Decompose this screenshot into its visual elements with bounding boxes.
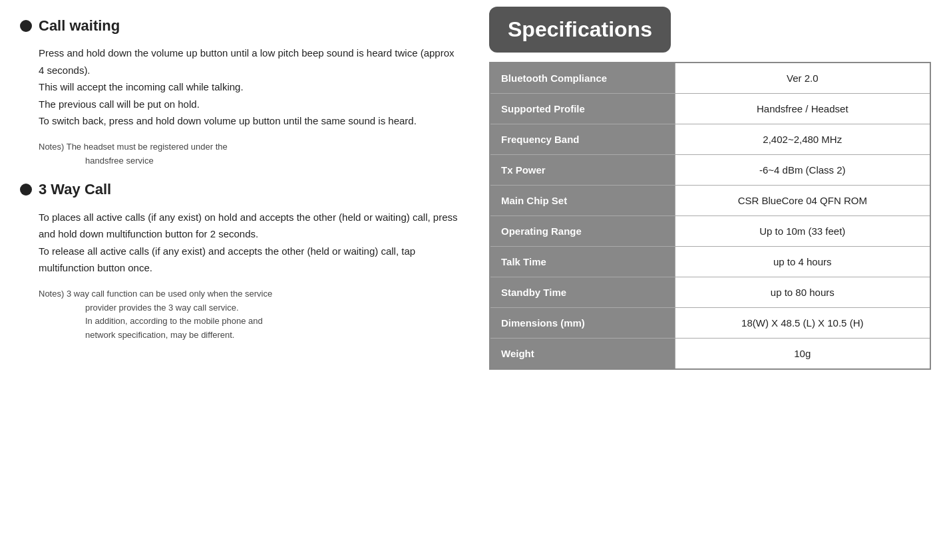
spec-value-9: 10g [675,339,930,370]
spec-value-2: 2,402~2,480 MHz [675,124,930,155]
section2-notes-indent2: In addition, according to the mobile pho… [85,315,459,329]
right-panel: Specifications Bluetooth ComplianceVer 2… [479,0,941,560]
spec-header: Specifications [489,7,671,53]
bullet-circle-2 [20,184,32,196]
section2-notes-text: 3 way call function can be used only whe… [67,289,272,299]
section2-notes-indent3: network specification, may be different. [85,329,459,343]
section2-title-text: 3 Way Call [39,177,111,202]
table-row: Supported ProfileHandsfree / Headset [490,94,930,124]
table-row: Standby Timeup to 80 hours [490,277,930,308]
section2-notes: Notes) 3 way call function can be used o… [39,287,459,343]
table-row: Operating RangeUp to 10m (33 feet) [490,216,930,247]
spec-value-1: Handsfree / Headset [675,94,930,124]
spec-value-6: up to 4 hours [675,247,930,277]
section1-para4: To switch back, press and hold down volu… [39,112,459,130]
spec-value-0: Ver 2.0 [675,63,930,94]
section1-title-text: Call waiting [39,13,120,38]
section2-notes-indent1: provider provides the 3 way call service… [85,301,459,315]
section1-notes-indent: handsfree service [85,154,459,168]
section1-body: Press and hold down the volume up button… [39,45,459,130]
section1-notes-label: Notes) [39,142,64,152]
table-row: Bluetooth ComplianceVer 2.0 [490,63,930,94]
section2-para1: To places all active calls (if any exist… [39,209,459,243]
section1-para2: This will accept the incoming call while… [39,78,459,96]
section2-body: To places all active calls (if any exist… [39,209,459,277]
table-row: Frequency Band2,402~2,480 MHz [490,124,930,155]
section1-notes: Notes) The headset must be registered un… [39,140,459,168]
spec-value-4: CSR BlueCore 04 QFN ROM [675,186,930,216]
left-panel: Call waiting Press and hold down the vol… [0,0,479,560]
spec-label-4: Main Chip Set [490,186,675,216]
table-row: Dimensions (mm)18(W) X 48.5 (L) X 10.5 (… [490,308,930,339]
spec-label-5: Operating Range [490,216,675,247]
section1-title: Call waiting [20,13,459,38]
spec-value-7: up to 80 hours [675,277,930,308]
bullet-circle-1 [20,20,32,32]
section1-para1: Press and hold down the volume up button… [39,45,459,78]
spec-label-8: Dimensions (mm) [490,308,675,339]
table-row: Weight10g [490,339,930,370]
spec-label-6: Talk Time [490,247,675,277]
spec-label-2: Frequency Band [490,124,675,155]
section2-para2: To release all active calls (if any exis… [39,243,459,277]
table-row: Talk Timeup to 4 hours [490,247,930,277]
section2-notes-label: Notes) [39,289,64,299]
spec-label-9: Weight [490,339,675,370]
spec-label-1: Supported Profile [490,94,675,124]
spec-label-0: Bluetooth Compliance [490,63,675,94]
table-row: Tx Power-6~4 dBm (Class 2) [490,155,930,186]
section1-notes-text: The headset must be registered under the [67,142,228,152]
table-row: Main Chip SetCSR BlueCore 04 QFN ROM [490,186,930,216]
spec-label-3: Tx Power [490,155,675,186]
spec-value-5: Up to 10m (33 feet) [675,216,930,247]
spec-label-7: Standby Time [490,277,675,308]
spec-value-8: 18(W) X 48.5 (L) X 10.5 (H) [675,308,930,339]
section2-title: 3 Way Call [20,177,459,202]
spec-table: Bluetooth ComplianceVer 2.0Supported Pro… [489,62,931,370]
spec-value-3: -6~4 dBm (Class 2) [675,155,930,186]
section1-para3: The previous call will be put on hold. [39,96,459,113]
